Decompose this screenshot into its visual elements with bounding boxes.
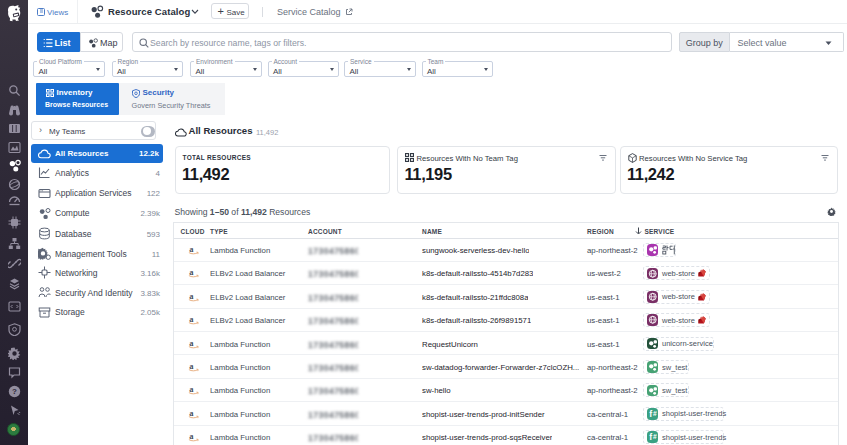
svg-text:a: a [189, 267, 194, 277]
svg-text:#: # [653, 433, 657, 440]
svg-text:a: a [189, 384, 194, 394]
svg-text:f: f [649, 432, 652, 442]
svg-text:a: a [189, 291, 194, 301]
svg-text:a: a [189, 314, 194, 324]
svg-text:?: ? [12, 387, 17, 396]
svg-text:#: # [653, 410, 657, 417]
svg-text:a: a [189, 361, 194, 371]
svg-text:a: a [189, 244, 194, 254]
svg-text:a: a [189, 408, 194, 418]
svg-text:a: a [189, 431, 194, 441]
svg-text:f: f [649, 409, 652, 419]
svg-text:a: a [189, 338, 194, 348]
